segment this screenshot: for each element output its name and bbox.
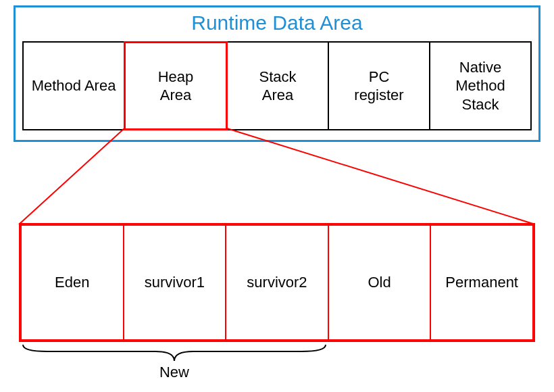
runtime-areas-row: Method Area HeapArea StackArea PCregiste… <box>16 41 538 137</box>
cell-heap-area: HeapArea <box>124 41 228 130</box>
svg-line-0 <box>19 128 124 224</box>
cell-pc-register: PCregister <box>328 41 430 130</box>
svg-line-1 <box>227 128 535 224</box>
heap-regions-container: Eden survivor1 survivor2 Old Permanent <box>19 223 535 342</box>
cell-stack-area: StackArea <box>226 41 329 130</box>
cell-method-area: Method Area <box>22 41 125 130</box>
cell-survivor1: survivor1 <box>124 226 227 339</box>
runtime-data-area-container: Runtime Data Area Method Area HeapArea S… <box>14 5 540 142</box>
cell-permanent: Permanent <box>431 226 532 339</box>
new-generation-label: New <box>20 364 328 381</box>
cell-native-method-stack: NativeMethodStack <box>429 41 532 130</box>
cell-survivor2: survivor2 <box>226 226 329 339</box>
new-generation-brace-icon <box>20 343 328 364</box>
diagram-title: Runtime Data Area <box>16 7 538 41</box>
cell-old: Old <box>329 226 432 339</box>
cell-eden: Eden <box>22 226 124 339</box>
